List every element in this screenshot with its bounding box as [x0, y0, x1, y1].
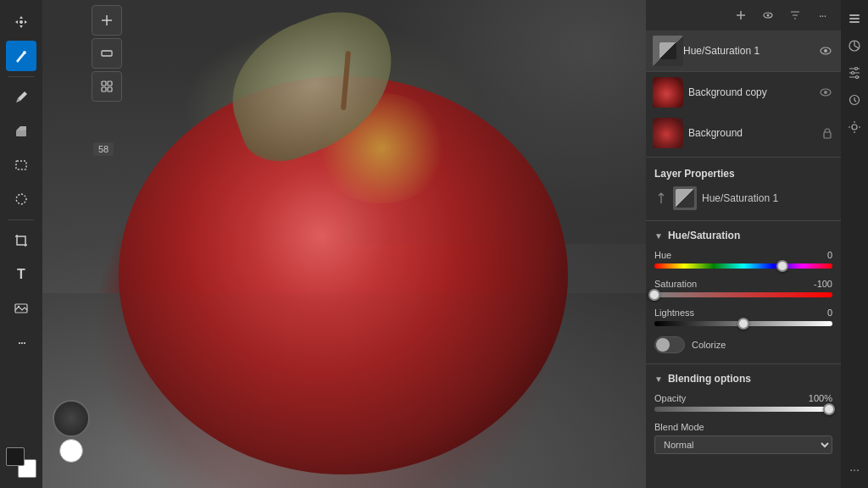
- lightness-slider-row: Lightness 0: [646, 304, 841, 333]
- layer-item-bg[interactable]: Background: [646, 113, 841, 153]
- blending-chevron: ▼: [654, 374, 663, 384]
- float-btn-2[interactable]: [92, 38, 122, 69]
- add-layer-btn[interactable]: [729, 3, 753, 27]
- layer-name-bg-copy: Background copy: [688, 86, 812, 98]
- props-thumb: [673, 186, 697, 210]
- layer-name-bg: Background: [688, 127, 815, 139]
- panel-icons-row: ···: [646, 0, 841, 30]
- eyedropper-tool[interactable]: [6, 82, 36, 113]
- side-icon-more[interactable]: ···: [843, 458, 866, 481]
- filter-btn[interactable]: [783, 3, 807, 27]
- layer-visibility-bg-copy[interactable]: [817, 84, 834, 101]
- background-color[interactable]: [6, 447, 25, 466]
- opacity-value: 100%: [807, 393, 832, 403]
- colorize-label: Colorize: [692, 340, 726, 350]
- svg-point-14: [824, 49, 827, 53]
- type-tool[interactable]: T: [6, 259, 36, 290]
- saturation-label-row: Saturation -100: [654, 279, 832, 289]
- brush-tool[interactable]: [6, 41, 36, 71]
- opacity-slider-track[interactable]: [654, 407, 832, 412]
- blend-mode-label: Blend Mode: [654, 422, 832, 432]
- saturation-slider-track[interactable]: [654, 292, 832, 297]
- colorize-row: Colorize: [646, 333, 841, 360]
- layer-thumb-bg-copy: [653, 77, 683, 108]
- opacity-label-row: Opacity 100%: [654, 393, 832, 403]
- svg-point-23: [852, 72, 854, 75]
- more-tools-btn[interactable]: ···: [6, 327, 36, 358]
- hue-value: 0: [807, 250, 832, 260]
- color-swatches[interactable]: [6, 447, 36, 478]
- divider-props-hue: [646, 220, 841, 221]
- lightness-value: 0: [807, 308, 832, 318]
- svg-rect-9: [102, 87, 106, 92]
- layer-thumb-hue-sat: [653, 36, 683, 66]
- rect-select-tool[interactable]: [6, 150, 36, 180]
- svg-point-1: [23, 51, 26, 54]
- blend-mode-select[interactable]: Normal Multiply Screen Overlay: [654, 435, 832, 454]
- svg-point-26: [852, 125, 857, 130]
- lasso-select-tool[interactable]: [6, 184, 36, 214]
- layer-lock-bg: [821, 126, 834, 140]
- saturation-slider-row: Saturation -100: [646, 275, 841, 304]
- props-link-icon[interactable]: [654, 191, 668, 205]
- side-icon-filters[interactable]: [843, 61, 866, 85]
- svg-point-5: [18, 306, 19, 308]
- layer-properties-title: Layer Properties: [646, 161, 841, 183]
- hue-slider-thumb[interactable]: [776, 260, 788, 272]
- side-icon-layers[interactable]: [843, 7, 866, 30]
- canvas-image: [42, 0, 646, 488]
- svg-point-16: [824, 91, 827, 94]
- floating-toolbar: [92, 5, 122, 102]
- svg-rect-19: [849, 18, 860, 19]
- image-tool[interactable]: [6, 293, 36, 324]
- svg-rect-8: [108, 81, 112, 86]
- hue-sat-title: Hue/Saturation: [668, 230, 740, 241]
- blending-section-header[interactable]: ▼ Blending options: [646, 368, 841, 390]
- visibility-btn[interactable]: [756, 3, 780, 27]
- lightness-slider-track[interactable]: [654, 321, 832, 326]
- layer-props-row: Hue/Saturation 1: [646, 183, 841, 217]
- svg-rect-2: [16, 130, 26, 136]
- svg-rect-7: [102, 81, 106, 86]
- side-icon-effects[interactable]: [843, 115, 866, 139]
- opacity-slider-thumb[interactable]: [823, 403, 835, 415]
- hue-label: Hue: [654, 250, 671, 260]
- colorize-toggle[interactable]: [654, 336, 685, 353]
- svg-rect-20: [849, 21, 860, 23]
- float-btn-3[interactable]: [92, 71, 122, 102]
- hue-sat-chevron: ▼: [654, 231, 663, 241]
- crop-tool[interactable]: [6, 225, 36, 256]
- lightness-slider-thumb[interactable]: [737, 318, 749, 330]
- saturation-slider-thumb[interactable]: [648, 289, 660, 301]
- hue-sat-section-header[interactable]: ▼ Hue/Saturation: [646, 225, 841, 247]
- svg-rect-18: [849, 14, 860, 16]
- divider-1: [8, 76, 34, 77]
- hue-slider-track[interactable]: [654, 263, 832, 269]
- layer-item-bg-copy[interactable]: Background copy: [646, 72, 841, 113]
- lightness-label-row: Lightness 0: [654, 308, 832, 318]
- svg-rect-10: [108, 87, 112, 92]
- saturation-label: Saturation: [654, 279, 697, 289]
- brush-preview-dark: [53, 400, 90, 437]
- svg-rect-3: [16, 161, 26, 169]
- opacity-label: Opacity: [654, 393, 686, 403]
- layer-item-hue-sat[interactable]: Hue/Saturation 1: [646, 30, 841, 72]
- move-tool[interactable]: [6, 7, 36, 37]
- canvas-area: 58: [42, 0, 646, 488]
- more-panel-btn[interactable]: ···: [810, 3, 834, 27]
- right-side-strip: ···: [841, 0, 868, 488]
- side-icon-history[interactable]: [843, 88, 866, 112]
- left-toolbar: T ···: [0, 0, 42, 488]
- colorize-toggle-knob: [656, 338, 670, 352]
- svg-point-12: [767, 14, 770, 17]
- opacity-slider-row: Opacity 100%: [646, 390, 841, 419]
- svg-point-0: [19, 20, 23, 24]
- eraser-tool[interactable]: [6, 116, 36, 147]
- float-btn-1[interactable]: [92, 5, 122, 36]
- layer-visibility-hue-sat[interactable]: [817, 42, 834, 59]
- divider-2: [8, 219, 34, 220]
- brush-preview-light: [59, 439, 83, 463]
- blend-mode-row: Blend Mode Normal Multiply Screen Overla…: [646, 419, 841, 458]
- side-icon-adjustments[interactable]: [843, 34, 866, 58]
- bottom-spacer: [646, 458, 841, 474]
